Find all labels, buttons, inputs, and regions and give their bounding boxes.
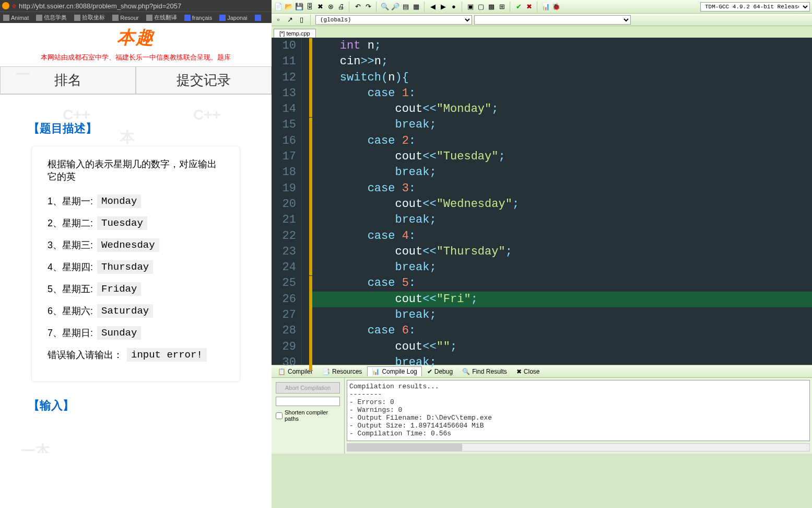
line-number: 21 [272,212,296,228]
error-value: input error! [127,348,207,362]
line-number: 18 [272,165,296,180]
goto-icon[interactable]: ▤ [401,2,410,11]
main-toolbar: 📄 📂 💾 🗄 ✖ ⊗ 🖨 ↶ ↷ 🔍 🔎 ▤ ▦ ◀ ▶ ● ▣ ▢ ▩ ⊞ … [272,0,812,14]
print-icon[interactable]: 🖨 [336,2,346,11]
profile-icon[interactable]: 📊 [541,2,550,11]
tab-ranking[interactable]: 排名 [0,66,136,94]
find-icon[interactable]: 🔍 [380,2,390,11]
bookmark-item[interactable]: Japonai [219,15,248,21]
day-line: 7、星期日:Sunday [48,326,224,340]
nav-tabs: 排名 提交记录 [0,66,272,95]
section-description-title: 【题目描述】 [28,121,240,136]
vpn-icon: ⊘ [12,3,16,9]
day-en: Wednesday [97,238,159,252]
day-en: Saturday [97,304,153,318]
compiler-select[interactable]: TDM-GCC 4.9.2 64-bit Release [700,2,810,11]
code-line: break; [312,355,812,371]
stop-icon[interactable]: ✖ [524,2,534,11]
code-line: cout<<"Monday"; [312,101,812,117]
line-number: 10 [272,38,296,54]
code-line: cout<<""; [312,339,812,355]
watermark: 一本 [21,441,50,453]
day-line: 3、星期三:Wednesday [48,238,224,252]
line-number: 25 [272,275,296,291]
bookmarks-bar: Animat 信息学奥 拾取坐标 Resour 在线翻译 français Ja… [0,11,272,23]
scope-toolbar: ▫ ↗ ▯ (globals) [272,14,812,26]
bookmark-item[interactable]: 信息学奥 [36,14,67,21]
url-text[interactable]: http://ybt.ssoier.cn:8088/problem_show.p… [19,2,181,10]
save-all-icon[interactable]: 🗄 [305,2,314,11]
site-subtitle: 本网站由成都石室中学、福建长乐一中信奥教练联合呈现。题库 [0,50,272,64]
line-number: 26 [272,292,296,307]
code-area[interactable]: int n; cin>>n; switch(n){ case 1: cout<<… [312,38,812,365]
bookmark-icon[interactable]: ▦ [411,2,421,11]
line-number: 29 [272,339,296,355]
line-number-gutter: 1011121314151617181920212223242526272829… [272,38,302,365]
day-zh: 7、星期日: [48,327,93,339]
line-number: 12 [272,70,296,86]
code-line: cout<<"Wednesday"; [312,197,812,212]
day-line: 2、星期二:Tuesday [48,216,224,230]
code-line: case 2: [312,133,812,149]
scope-select[interactable]: (globals) [315,15,472,25]
bookmark-item[interactable] [255,15,261,21]
redo-icon[interactable]: ↷ [363,2,373,11]
line-number: 20 [272,197,296,212]
error-prefix: 错误输入请输出： [48,349,123,361]
forward-icon[interactable]: ▶ [439,2,448,11]
line-number: 23 [272,244,296,260]
open-icon[interactable]: 📂 [284,2,293,11]
back-icon[interactable]: ◀ [428,2,438,11]
bookmark-item[interactable]: Animat [3,15,29,21]
day-zh: 4、星期四: [48,261,93,273]
error-line: 错误输入请输出： input error! [48,348,224,362]
save-icon[interactable]: 💾 [295,2,304,11]
compile-icon[interactable]: ▣ [466,2,475,11]
compile-run-icon[interactable]: ▩ [487,2,496,11]
day-line: 4、星期四:Thursday [48,260,224,274]
day-line: 1、星期一:Monday [48,194,224,208]
bookmark-item[interactable]: français [184,15,213,21]
rebuild-icon[interactable]: ⊞ [497,2,507,11]
breakpoint-icon[interactable]: ● [449,2,458,11]
shorten-paths-checkbox[interactable]: Shorten compiler paths [276,409,340,422]
new-project-icon[interactable]: ▫ [274,15,283,25]
day-zh: 2、星期二: [48,217,93,229]
bookmark-item[interactable]: Resour [112,15,138,21]
line-number: 17 [272,149,296,165]
code-line: case 6: [312,323,812,339]
tab-submissions[interactable]: 提交记录 [136,66,272,94]
site-logo: 本趣 [0,23,272,50]
class-browser-icon[interactable]: ▯ [297,15,306,25]
line-number: 19 [272,181,296,197]
file-tab-bar: [*] temp.cpp [272,26,812,38]
close-icon[interactable]: ✖ [315,2,325,11]
day-zh: 5、星期五: [48,283,93,295]
code-line: case 1: [312,86,812,101]
debug-icon[interactable]: ✔ [514,2,523,11]
code-editor[interactable]: 1011121314151617181920212223242526272829… [272,38,812,365]
line-number: 24 [272,260,296,275]
member-select[interactable] [474,15,631,25]
close-all-icon[interactable]: ⊗ [326,2,335,11]
url-bar: ⊘ http://ybt.ssoier.cn:8088/problem_show… [0,0,272,11]
ide-pane: 📄 📂 💾 🗄 ✖ ⊗ 🖨 ↶ ↷ 🔍 🔎 ▤ ▦ ◀ ▶ ● ▣ ▢ ▩ ⊞ … [272,0,812,508]
code-line: switch(n){ [312,70,812,86]
day-en: Monday [97,194,141,208]
browser-pane: ⊘ http://ybt.ssoier.cn:8088/problem_show… [0,0,272,453]
replace-icon[interactable]: 🔎 [391,2,400,11]
compile-filter-input[interactable] [276,397,340,406]
line-number: 14 [272,101,296,117]
tools-icon[interactable]: 🐞 [551,2,561,11]
new-file-icon[interactable]: 📄 [274,2,283,11]
undo-icon[interactable]: ↶ [353,2,362,11]
bookmark-item[interactable]: 拾取坐标 [74,14,105,21]
code-line: break; [312,165,812,180]
horizontal-scrollbar[interactable] [347,443,810,452]
goto-func-icon[interactable]: ↗ [285,15,295,25]
compile-output[interactable]: Compilation results... -------- - Errors… [347,380,810,441]
run-icon[interactable]: ▢ [476,2,486,11]
bookmark-item[interactable]: 在线翻译 [146,14,177,21]
file-tab[interactable]: [*] temp.cpp [274,29,316,38]
day-line: 5、星期五:Friday [48,282,224,296]
